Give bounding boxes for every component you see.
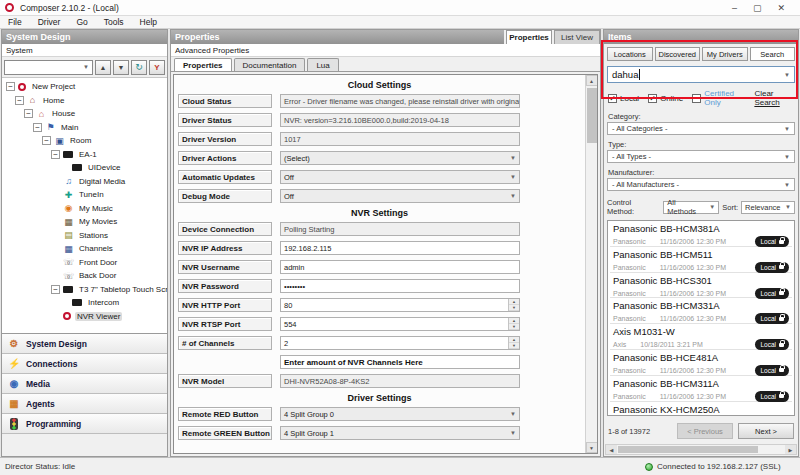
driver-result-panasonic-bb-hcm311a[interactable]: Panasonic BB-HCM311APanasonic11/16/2006 … [610, 376, 792, 402]
tree-expander[interactable]: − [6, 82, 15, 91]
tree-expander[interactable]: − [51, 150, 60, 159]
chevron-down-icon[interactable]: ▼ [784, 72, 790, 78]
items-tab-locations[interactable]: Locations [607, 47, 653, 61]
property-value-spinner[interactable]: 80▲▼ [280, 298, 520, 312]
tree-expander[interactable]: − [33, 123, 42, 132]
items-tab-search[interactable]: Search [750, 47, 796, 61]
tree-item-main[interactable]: −⚑Main [2, 121, 167, 135]
property-value-input[interactable]: •••••••• [280, 279, 520, 293]
scrollbar-thumb[interactable] [618, 446, 758, 453]
close-button[interactable]: ✕ [777, 3, 785, 13]
tree-expander[interactable]: − [51, 285, 60, 294]
property-value-select[interactable]: 4 Split Group 1▼ [280, 426, 520, 440]
tree-item-back-door[interactable]: ☏Back Door [2, 269, 167, 283]
scroll-left-icon[interactable]: ◀ [606, 445, 617, 454]
tree-item-new-project[interactable]: −New Project [2, 80, 167, 94]
previous-button[interactable]: < Previous [677, 423, 733, 439]
tree-item-uidevice[interactable]: UIDevice [2, 161, 167, 175]
search-up-button[interactable]: ▲ [95, 60, 111, 75]
items-tab-my-drivers[interactable]: My Drivers [702, 47, 748, 61]
menu-file[interactable]: File [0, 17, 30, 27]
tab-properties[interactable]: Properties [174, 58, 232, 71]
menu-tools[interactable]: Tools [96, 17, 132, 27]
tree-item-channels[interactable]: ▦Channels [2, 242, 167, 256]
scroll-right-icon[interactable]: ▶ [785, 445, 796, 454]
spinner-buttons[interactable]: ▲▼ [508, 299, 519, 311]
spinner-buttons[interactable]: ▲▼ [508, 318, 519, 330]
property-value-select[interactable]: 4 Split Group 0▼ [280, 407, 520, 421]
scroll-down-icon[interactable]: ▼ [586, 442, 598, 453]
filter-select-manufacturer[interactable]: - All Manufacturers -▼ [607, 178, 795, 191]
tree-item-house[interactable]: −⌂House [2, 107, 167, 121]
driver-result-panasonic-bb-hce481a[interactable]: Panasonic BB-HCE481APanasonic11/16/2006 … [610, 350, 792, 376]
scroll-up-icon[interactable]: ▲ [586, 75, 598, 86]
driver-result-panasonic-bb-hcs301[interactable]: Panasonic BB-HCS301Panasonic11/16/2006 1… [610, 273, 792, 299]
control-method-select[interactable]: All Methods ▼ [663, 201, 719, 214]
nav-media-button[interactable]: ◉Media [2, 374, 167, 394]
menu-driver[interactable]: Driver [30, 17, 69, 27]
scrollbar-thumb[interactable] [587, 88, 597, 143]
tree-search-combobox[interactable]: ▼ [4, 60, 93, 75]
driver-result-axis-m1031-w[interactable]: Axis M1031-WAxis10/18/2011 3:21 PMLocal [610, 324, 792, 350]
spinner-down-icon[interactable]: ▼ [509, 343, 519, 349]
checkbox-label-certified-only: Certified Only [704, 89, 745, 107]
checkbox-certified-only[interactable] [692, 94, 701, 103]
spinner-buttons[interactable]: ▲▼ [508, 337, 519, 349]
tree-item-nvr-viewer[interactable]: NVR Viewer [2, 310, 167, 324]
horizontal-scrollbar[interactable]: ◀ ▶ [605, 444, 797, 455]
tree-item-stations[interactable]: ▤Stations [2, 229, 167, 243]
tree-item-room[interactable]: −▣Room [2, 134, 167, 148]
filter-select-category[interactable]: - All Categories -▼ [607, 122, 795, 135]
tree-item-digital-media[interactable]: ♫Digital Media [2, 175, 167, 189]
tree-item-ea-1[interactable]: −EA-1 [2, 148, 167, 162]
tree-item-t3-7-tabletop-touch-screen[interactable]: −T3 7" Tabletop Touch Screen [2, 283, 167, 297]
clear-search-link[interactable]: Clear Search [754, 89, 794, 107]
next-button[interactable]: Next > [738, 423, 794, 439]
tree-item-my-music[interactable]: ◉My Music [2, 202, 167, 216]
property-value-spinner[interactable]: 2▲▼ [280, 336, 520, 350]
tab-lua[interactable]: Lua [307, 58, 338, 71]
refresh-icon[interactable]: ↻ [131, 60, 147, 75]
tree-expander[interactable]: − [42, 136, 51, 145]
property-value-select[interactable]: Off▼ [280, 189, 520, 203]
menu-go[interactable]: Go [68, 17, 95, 27]
tree-expander[interactable]: − [24, 109, 33, 118]
checkbox-local[interactable]: ✓ [608, 94, 617, 103]
property-value-input[interactable]: 192.168.2.115 [280, 241, 520, 255]
advanced-properties-label[interactable]: Advanced Properties [171, 44, 600, 57]
tree-item-intercom[interactable]: Intercom [2, 296, 167, 310]
filter-icon[interactable]: Y [149, 60, 165, 75]
tree-item-front-door[interactable]: ☏Front Door [2, 256, 167, 270]
tree-item-my-movies[interactable]: ▦My Movies [2, 215, 167, 229]
tab-documentation[interactable]: Documentation [234, 58, 306, 71]
maximize-button[interactable]: ▢ [753, 3, 762, 13]
menu-help[interactable]: Help [132, 17, 165, 27]
nav-programming-button[interactable]: Programming [2, 414, 167, 434]
driver-result-panasonic-bb-hcm511[interactable]: Panasonic BB-HCM511Panasonic11/16/2006 1… [610, 247, 792, 273]
items-tab-discovered[interactable]: Discovered [655, 47, 701, 61]
driver-result-panasonic-bb-hcm381a[interactable]: Panasonic BB-HCM381APanasonic11/16/2006 … [610, 221, 792, 247]
driver-search-input[interactable]: dahua ▼ [607, 66, 795, 83]
property-value-select[interactable]: (Select)▼ [280, 151, 520, 165]
tree-item-home[interactable]: −⌂Home [2, 94, 167, 108]
filter-select-type[interactable]: - All Types -▼ [607, 150, 795, 163]
property-value-select[interactable]: Off▼ [280, 170, 520, 184]
minimize-button[interactable]: – [732, 3, 737, 13]
tree-expander[interactable]: − [15, 96, 24, 105]
view-tab-list-view[interactable]: List View [554, 30, 600, 44]
nav-connections-button[interactable]: ⚡Connections [2, 354, 167, 374]
property-value-spinner[interactable]: 554▲▼ [280, 317, 520, 331]
sort-select[interactable]: Relevance ▼ [741, 201, 795, 214]
view-tab-properties[interactable]: Properties [506, 30, 552, 44]
checkbox-online[interactable]: ✓ [648, 94, 657, 103]
tree-item-tunein[interactable]: ✚TuneIn [2, 188, 167, 202]
nav-agents-button[interactable]: ▦Agents [2, 394, 167, 414]
vertical-scrollbar[interactable]: ▲ ▼ [585, 75, 597, 453]
search-down-button[interactable]: ▼ [113, 60, 129, 75]
spinner-down-icon[interactable]: ▼ [509, 324, 519, 330]
nav-system-design-button[interactable]: ⚙System Design [2, 334, 167, 354]
driver-result-panasonic-bb-hcm331a[interactable]: Panasonic BB-HCM331APanasonic11/16/2006 … [610, 298, 792, 324]
spinner-down-icon[interactable]: ▼ [509, 305, 519, 311]
property-value-input[interactable]: admin [280, 260, 520, 274]
driver-result-panasonic-kx-hcm250a[interactable]: Panasonic KX-HCM250APanasonic11/16/2006 … [610, 402, 792, 416]
